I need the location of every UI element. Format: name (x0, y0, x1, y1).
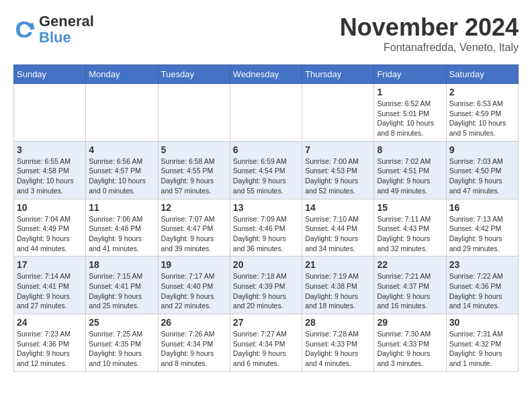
calendar-cell: 8Sunrise: 7:02 AMSunset: 4:51 PMDaylight… (374, 141, 446, 199)
calendar-cell: 20Sunrise: 7:18 AMSunset: 4:39 PMDayligh… (230, 257, 302, 314)
day-info: Sunrise: 6:53 AMSunset: 4:59 PMDaylight:… (449, 99, 515, 138)
day-number: 30 (449, 317, 515, 328)
day-number: 23 (449, 259, 515, 270)
day-info: Sunrise: 7:21 AMSunset: 4:37 PMDaylight:… (377, 271, 443, 311)
page-header: General Blue November 2024 Fontanafredda… (13, 13, 519, 54)
day-number: 10 (17, 202, 83, 213)
day-number: 29 (377, 317, 443, 328)
header-thursday: Thursday (302, 65, 374, 84)
day-number: 11 (89, 202, 154, 213)
title-area: November 2024 Fontanafredda, Veneto, Ita… (340, 13, 519, 54)
calendar-cell: 2Sunrise: 6:53 AMSunset: 4:59 PMDaylight… (446, 84, 518, 142)
day-info: Sunrise: 7:25 AMSunset: 4:35 PMDaylight:… (89, 329, 154, 369)
day-info: Sunrise: 7:02 AMSunset: 4:51 PMDaylight:… (377, 156, 443, 196)
logo-icon (13, 19, 35, 40)
week-row-4: 17Sunrise: 7:14 AMSunset: 4:41 PMDayligh… (14, 257, 519, 314)
week-row-3: 10Sunrise: 7:04 AMSunset: 4:49 PMDayligh… (14, 199, 519, 257)
day-info: Sunrise: 7:27 AMSunset: 4:34 PMDaylight:… (233, 329, 299, 369)
header-friday: Friday (374, 65, 446, 84)
calendar-cell: 10Sunrise: 7:04 AMSunset: 4:49 PMDayligh… (14, 199, 86, 257)
calendar-cell: 13Sunrise: 7:09 AMSunset: 4:46 PMDayligh… (230, 199, 302, 257)
day-info: Sunrise: 7:17 AMSunset: 4:40 PMDaylight:… (161, 271, 227, 311)
calendar-cell (230, 84, 302, 142)
day-number: 2 (449, 87, 515, 97)
logo-line1: General (39, 13, 94, 30)
day-number: 6 (233, 144, 299, 155)
day-number: 3 (17, 144, 83, 155)
calendar-cell: 21Sunrise: 7:19 AMSunset: 4:38 PMDayligh… (302, 257, 374, 314)
calendar-cell: 5Sunrise: 6:58 AMSunset: 4:55 PMDaylight… (158, 141, 230, 199)
day-number: 26 (161, 317, 227, 328)
calendar-cell: 16Sunrise: 7:13 AMSunset: 4:42 PMDayligh… (446, 199, 518, 257)
calendar-cell: 15Sunrise: 7:11 AMSunset: 4:43 PMDayligh… (374, 199, 446, 257)
day-info: Sunrise: 7:04 AMSunset: 4:49 PMDaylight:… (17, 214, 83, 254)
day-info: Sunrise: 7:31 AMSunset: 4:32 PMDaylight:… (449, 329, 515, 369)
calendar-cell: 25Sunrise: 7:25 AMSunset: 4:35 PMDayligh… (86, 314, 158, 372)
week-row-5: 24Sunrise: 7:23 AMSunset: 4:36 PMDayligh… (14, 314, 519, 372)
day-info: Sunrise: 7:06 AMSunset: 4:48 PMDaylight:… (89, 214, 154, 254)
calendar-cell: 22Sunrise: 7:21 AMSunset: 4:37 PMDayligh… (374, 257, 446, 314)
day-info: Sunrise: 7:26 AMSunset: 4:34 PMDaylight:… (161, 329, 227, 369)
calendar-cell (302, 84, 374, 142)
day-info: Sunrise: 7:28 AMSunset: 4:33 PMDaylight:… (305, 329, 371, 369)
calendar-cell (158, 84, 230, 142)
day-number: 22 (377, 259, 443, 270)
day-info: Sunrise: 7:19 AMSunset: 4:38 PMDaylight:… (305, 271, 371, 311)
day-info: Sunrise: 7:13 AMSunset: 4:42 PMDaylight:… (449, 214, 515, 254)
day-number: 9 (449, 144, 515, 155)
day-info: Sunrise: 7:18 AMSunset: 4:39 PMDaylight:… (233, 271, 299, 311)
calendar-cell: 6Sunrise: 6:59 AMSunset: 4:54 PMDaylight… (230, 141, 302, 199)
calendar-cell: 18Sunrise: 7:15 AMSunset: 4:41 PMDayligh… (86, 257, 158, 314)
calendar-cell: 9Sunrise: 7:03 AMSunset: 4:50 PMDaylight… (446, 141, 518, 199)
day-number: 20 (233, 259, 299, 270)
calendar-table: SundayMondayTuesdayWednesdayThursdayFrid… (13, 64, 519, 372)
day-info: Sunrise: 7:03 AMSunset: 4:50 PMDaylight:… (449, 156, 515, 196)
calendar-cell: 7Sunrise: 7:00 AMSunset: 4:53 PMDaylight… (302, 141, 374, 199)
calendar-cell: 12Sunrise: 7:07 AMSunset: 4:47 PMDayligh… (158, 199, 230, 257)
day-number: 27 (233, 317, 299, 328)
calendar-header-row: SundayMondayTuesdayWednesdayThursdayFrid… (14, 65, 519, 84)
calendar-cell: 30Sunrise: 7:31 AMSunset: 4:32 PMDayligh… (446, 314, 518, 372)
day-info: Sunrise: 7:15 AMSunset: 4:41 PMDaylight:… (89, 271, 154, 311)
day-number: 7 (305, 144, 371, 155)
day-info: Sunrise: 7:11 AMSunset: 4:43 PMDaylight:… (377, 214, 443, 254)
day-number: 8 (377, 144, 443, 155)
day-number: 15 (377, 202, 443, 213)
day-info: Sunrise: 7:22 AMSunset: 4:36 PMDaylight:… (449, 271, 515, 311)
day-info: Sunrise: 6:59 AMSunset: 4:54 PMDaylight:… (233, 156, 299, 196)
day-info: Sunrise: 7:00 AMSunset: 4:53 PMDaylight:… (305, 156, 371, 196)
calendar-cell: 3Sunrise: 6:55 AMSunset: 4:58 PMDaylight… (14, 141, 86, 199)
month-title: November 2024 (340, 13, 519, 42)
day-number: 5 (161, 144, 227, 155)
calendar-cell: 23Sunrise: 7:22 AMSunset: 4:36 PMDayligh… (446, 257, 518, 314)
day-number: 28 (305, 317, 371, 328)
day-number: 14 (305, 202, 371, 213)
calendar-cell: 28Sunrise: 7:28 AMSunset: 4:33 PMDayligh… (302, 314, 374, 372)
day-number: 13 (233, 202, 299, 213)
day-info: Sunrise: 6:58 AMSunset: 4:55 PMDaylight:… (161, 156, 227, 196)
header-sunday: Sunday (14, 65, 86, 84)
day-number: 19 (161, 259, 227, 270)
header-tuesday: Tuesday (158, 65, 230, 84)
calendar-cell: 1Sunrise: 6:52 AMSunset: 5:01 PMDaylight… (374, 84, 446, 142)
day-info: Sunrise: 7:14 AMSunset: 4:41 PMDaylight:… (17, 271, 83, 311)
calendar-cell: 26Sunrise: 7:26 AMSunset: 4:34 PMDayligh… (158, 314, 230, 372)
calendar-cell: 29Sunrise: 7:30 AMSunset: 4:33 PMDayligh… (374, 314, 446, 372)
logo-line2: Blue (39, 30, 94, 46)
day-number: 17 (17, 259, 83, 270)
day-info: Sunrise: 6:55 AMSunset: 4:58 PMDaylight:… (17, 156, 83, 196)
header-saturday: Saturday (446, 65, 518, 84)
calendar-cell: 24Sunrise: 7:23 AMSunset: 4:36 PMDayligh… (14, 314, 86, 372)
calendar-cell: 27Sunrise: 7:27 AMSunset: 4:34 PMDayligh… (230, 314, 302, 372)
calendar-cell: 11Sunrise: 7:06 AMSunset: 4:48 PMDayligh… (86, 199, 158, 257)
location: Fontanafredda, Veneto, Italy (340, 42, 519, 54)
header-monday: Monday (86, 65, 158, 84)
calendar-cell (14, 84, 86, 142)
calendar-cell: 19Sunrise: 7:17 AMSunset: 4:40 PMDayligh… (158, 257, 230, 314)
day-number: 16 (449, 202, 515, 213)
logo: General Blue (13, 13, 94, 46)
day-info: Sunrise: 7:30 AMSunset: 4:33 PMDaylight:… (377, 329, 443, 369)
day-info: Sunrise: 6:56 AMSunset: 4:57 PMDaylight:… (89, 156, 154, 196)
day-number: 18 (89, 259, 154, 270)
day-number: 21 (305, 259, 371, 270)
